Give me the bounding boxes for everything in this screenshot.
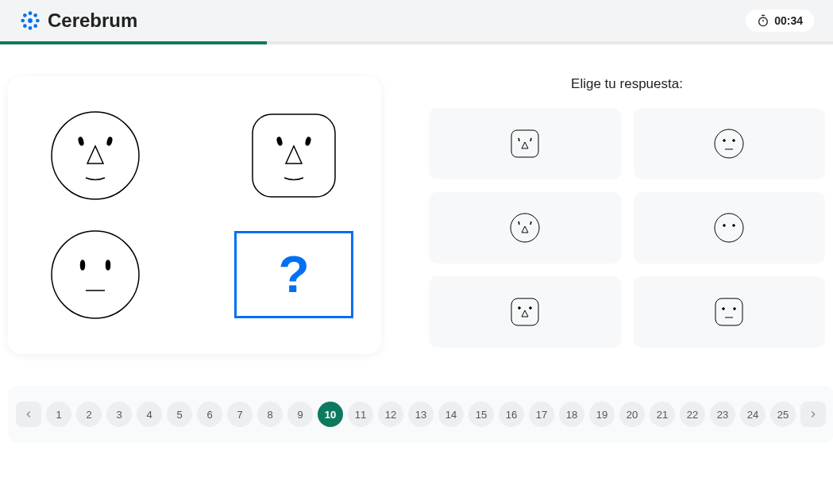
page-button-12[interactable]: 12 (378, 402, 403, 427)
answer-option-3[interactable] (429, 192, 621, 264)
svg-point-7 (33, 24, 37, 28)
svg-point-18 (106, 260, 110, 270)
page-button-4[interactable]: 4 (137, 402, 162, 427)
svg-point-25 (723, 225, 726, 227)
timer: 00:34 (746, 10, 814, 32)
page-next-button[interactable] (800, 402, 826, 427)
svg-point-11 (78, 137, 83, 146)
answer-option-1[interactable] (429, 108, 621, 179)
svg-point-6 (23, 24, 27, 28)
page-button-3[interactable]: 3 (106, 402, 132, 427)
answer-6-icon (712, 295, 746, 329)
page-button-9[interactable]: 9 (287, 402, 313, 427)
svg-rect-13 (253, 114, 335, 197)
brand: Cerebrum (19, 10, 137, 32)
svg-point-16 (52, 231, 139, 318)
svg-rect-30 (715, 298, 742, 325)
page-button-1[interactable]: 1 (46, 402, 71, 427)
page-button-8[interactable]: 8 (257, 402, 283, 427)
svg-point-2 (21, 19, 25, 23)
page-button-6[interactable]: 6 (197, 402, 222, 427)
svg-point-26 (733, 225, 735, 227)
svg-point-22 (733, 140, 735, 142)
svg-point-1 (29, 26, 33, 30)
svg-point-0 (29, 11, 33, 15)
puzzle-cell-3 (48, 227, 143, 322)
svg-point-24 (715, 214, 743, 242)
svg-point-15 (305, 137, 310, 146)
svg-point-4 (23, 13, 27, 17)
stopwatch-icon (757, 14, 769, 27)
svg-rect-27 (511, 298, 538, 325)
svg-point-28 (518, 307, 520, 310)
page-button-22[interactable]: 22 (680, 402, 705, 427)
progress-fill (0, 41, 267, 44)
puzzle-card: ? (8, 76, 381, 354)
page-button-14[interactable]: 14 (438, 402, 464, 427)
page-button-25[interactable]: 25 (770, 402, 796, 427)
svg-point-5 (33, 13, 37, 17)
svg-rect-19 (511, 130, 538, 157)
chevron-right-icon (808, 409, 819, 420)
answer-4-icon (712, 211, 746, 244)
page-button-10[interactable]: 10 (318, 402, 343, 427)
page-button-15[interactable]: 15 (469, 402, 494, 427)
svg-point-17 (81, 260, 85, 270)
timer-value: 00:34 (774, 14, 803, 27)
svg-point-8 (28, 18, 33, 23)
svg-point-3 (36, 19, 40, 23)
answer-2-icon (712, 127, 746, 160)
svg-point-29 (529, 307, 531, 310)
svg-point-10 (52, 112, 139, 199)
answer-option-5[interactable] (429, 276, 621, 348)
content: ? Elige tu respuesta: (0, 44, 833, 370)
answer-3-icon (508, 211, 542, 244)
answer-option-4[interactable] (634, 192, 826, 264)
page-button-16[interactable]: 16 (499, 402, 524, 427)
answer-prompt: Elige tu respuesta: (429, 76, 825, 92)
page-prev-button[interactable] (16, 402, 41, 427)
pagination: 1234567891011121314151617181920212223242… (8, 386, 833, 443)
puzzle-cell-question: ? (234, 231, 353, 318)
brand-logo-icon (19, 10, 41, 32)
answer-section: Elige tu respuesta: (429, 76, 825, 354)
chevron-left-icon (23, 409, 34, 420)
answer-5-icon (508, 295, 542, 329)
answer-option-6[interactable] (634, 276, 826, 348)
svg-point-20 (715, 129, 743, 158)
svg-point-31 (723, 308, 725, 310)
question-mark-icon: ? (278, 245, 309, 304)
answer-option-2[interactable] (634, 108, 826, 179)
page-button-11[interactable]: 11 (348, 402, 373, 427)
svg-point-32 (734, 308, 736, 310)
page-button-7[interactable]: 7 (227, 402, 253, 427)
page-button-23[interactable]: 23 (710, 402, 735, 427)
puzzle-cell-2 (246, 108, 341, 203)
page-button-18[interactable]: 18 (559, 402, 584, 427)
page-button-13[interactable]: 13 (408, 402, 434, 427)
progress-bar (0, 41, 833, 44)
svg-point-12 (106, 137, 112, 146)
brand-name: Cerebrum (48, 10, 137, 32)
answer-grid (429, 108, 825, 348)
svg-point-21 (723, 140, 726, 142)
page-button-19[interactable]: 19 (589, 402, 615, 427)
svg-point-14 (276, 137, 282, 146)
page-button-5[interactable]: 5 (167, 402, 192, 427)
page-button-24[interactable]: 24 (740, 402, 766, 427)
svg-point-23 (511, 214, 539, 242)
header: Cerebrum 00:34 (0, 0, 833, 41)
page-button-20[interactable]: 20 (619, 402, 645, 427)
svg-point-9 (759, 17, 768, 26)
page-button-21[interactable]: 21 (650, 402, 675, 427)
page-button-17[interactable]: 17 (529, 402, 554, 427)
answer-1-icon (508, 127, 542, 160)
puzzle-cell-1 (48, 108, 143, 203)
page-button-2[interactable]: 2 (76, 402, 102, 427)
